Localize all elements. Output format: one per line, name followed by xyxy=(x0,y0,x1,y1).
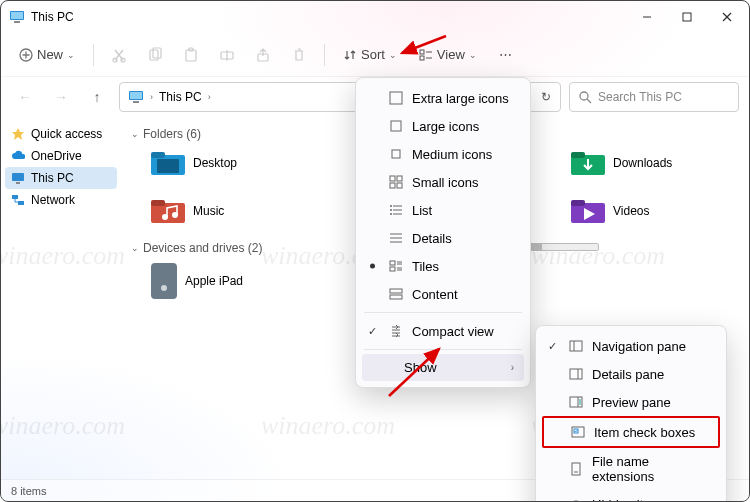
menu-item-details-pane[interactable]: Details pane xyxy=(542,360,720,388)
refresh-button[interactable]: ↻ xyxy=(541,90,551,104)
svg-rect-24 xyxy=(130,92,142,99)
svg-rect-61 xyxy=(390,261,395,265)
show-submenu: ✓ Navigation pane Details pane Preview p… xyxy=(535,325,727,502)
svg-rect-35 xyxy=(157,159,179,173)
menu-item-item-check-boxes[interactable]: Item check boxes xyxy=(542,416,720,448)
check-icon: ✓ xyxy=(368,325,377,338)
new-button[interactable]: New ⌄ xyxy=(11,43,83,66)
more-button[interactable]: ⋯ xyxy=(491,43,521,66)
menu-item-label: File name extensions xyxy=(592,454,710,484)
menu-item-label: Small icons xyxy=(412,175,478,190)
svg-rect-48 xyxy=(390,176,395,181)
menu-item-list[interactable]: List xyxy=(362,196,524,224)
menu-item-label: Large icons xyxy=(412,119,479,134)
bullet-icon xyxy=(370,264,375,269)
menu-item-details[interactable]: Details xyxy=(362,224,524,252)
sidebar-item-network[interactable]: Network xyxy=(5,189,117,211)
chevron-right-icon: › xyxy=(150,92,153,102)
folder-item[interactable]: Downloads xyxy=(571,149,731,177)
svg-rect-39 xyxy=(151,200,165,206)
checkbox-icon xyxy=(570,424,586,440)
new-button-label: New xyxy=(37,47,63,62)
menu-item-label: List xyxy=(412,203,432,218)
view-button[interactable]: View ⌄ xyxy=(411,43,485,66)
svg-rect-78 xyxy=(572,463,580,475)
sidebar-item-onedrive[interactable]: OneDrive xyxy=(5,145,117,167)
folder-item[interactable]: Desktop xyxy=(151,149,311,177)
search-input[interactable]: Search This PC xyxy=(569,82,739,112)
cut-button[interactable] xyxy=(104,43,134,67)
folder-item[interactable]: Videos xyxy=(571,197,731,225)
drive-label: Apple iPad xyxy=(185,274,243,288)
menu-item-compact-view[interactable]: ✓ Compact view xyxy=(362,317,524,345)
sidebar-item-quick-access[interactable]: Quick access xyxy=(5,123,117,145)
menu-item-small-icons[interactable]: Small icons xyxy=(362,168,524,196)
menu-item-file-name-extensions[interactable]: File name extensions xyxy=(542,448,720,490)
network-icon xyxy=(11,193,25,207)
svg-rect-31 xyxy=(12,195,18,199)
menu-item-label: Navigation pane xyxy=(592,339,686,354)
svg-rect-62 xyxy=(390,267,395,271)
sidebar-item-this-pc[interactable]: This PC xyxy=(5,167,117,189)
menu-item-tiles[interactable]: Tiles xyxy=(362,252,524,280)
paste-button[interactable] xyxy=(176,43,206,67)
svg-rect-43 xyxy=(571,200,585,206)
menu-item-show[interactable]: Show › xyxy=(362,354,524,381)
close-button[interactable] xyxy=(711,5,743,29)
svg-rect-51 xyxy=(397,183,402,188)
svg-rect-37 xyxy=(571,152,585,158)
svg-rect-49 xyxy=(397,176,402,181)
view-details-icon xyxy=(388,230,404,246)
sidebar-item-label: Network xyxy=(31,193,75,207)
sidebar-item-label: OneDrive xyxy=(31,149,82,163)
menu-item-label: Compact view xyxy=(412,324,494,339)
svg-rect-69 xyxy=(570,341,582,351)
svg-line-27 xyxy=(587,99,591,103)
svg-rect-4 xyxy=(683,13,691,21)
svg-rect-47 xyxy=(392,150,400,158)
chevron-down-icon: ⌄ xyxy=(469,50,477,60)
menu-item-preview-pane[interactable]: Preview pane xyxy=(542,388,720,416)
back-button[interactable]: ← xyxy=(11,83,39,111)
svg-rect-46 xyxy=(391,121,401,131)
chevron-down-icon: ⌄ xyxy=(67,50,75,60)
preview-pane-icon xyxy=(568,394,584,410)
this-pc-icon xyxy=(9,9,25,25)
svg-rect-25 xyxy=(133,101,139,103)
folder-icon xyxy=(571,197,605,225)
chevron-down-icon: ⌄ xyxy=(389,50,397,60)
address-segment[interactable]: This PC xyxy=(159,90,202,104)
menu-item-hidden-items[interactable]: ✓ Hidden items xyxy=(542,490,720,502)
sidebar-item-label: This PC xyxy=(31,171,74,185)
navigation-sidebar: Quick access OneDrive This PC Network xyxy=(1,117,121,479)
menu-item-navigation-pane[interactable]: ✓ Navigation pane xyxy=(542,332,720,360)
view-content-icon xyxy=(388,286,404,302)
up-button[interactable]: ↑ xyxy=(83,83,111,111)
cloud-icon xyxy=(11,149,25,163)
chevron-down-icon: ⌄ xyxy=(131,243,139,253)
menu-item-extra-large-icons[interactable]: Extra large icons xyxy=(362,84,524,112)
rename-button[interactable] xyxy=(212,43,242,67)
menu-item-label: Tiles xyxy=(412,259,439,274)
svg-rect-45 xyxy=(390,92,402,104)
view-tiles-icon xyxy=(388,258,404,274)
maximize-button[interactable] xyxy=(671,5,703,29)
menu-item-label: Hidden items xyxy=(592,497,668,503)
svg-rect-50 xyxy=(390,183,395,188)
svg-rect-19 xyxy=(420,50,424,54)
copy-button[interactable] xyxy=(140,43,170,67)
folder-label: Desktop xyxy=(193,156,237,170)
menu-item-medium-icons[interactable]: Medium icons xyxy=(362,140,524,168)
share-button[interactable] xyxy=(248,43,278,67)
forward-button[interactable]: → xyxy=(47,83,75,111)
folder-item[interactable]: Music xyxy=(151,197,311,225)
delete-button[interactable] xyxy=(284,43,314,67)
minimize-button[interactable] xyxy=(631,5,663,29)
menu-item-content[interactable]: Content xyxy=(362,280,524,308)
svg-point-56 xyxy=(390,209,392,211)
svg-rect-2 xyxy=(14,21,20,23)
menu-item-large-icons[interactable]: Large icons xyxy=(362,112,524,140)
sort-button[interactable]: Sort ⌄ xyxy=(335,43,405,66)
svg-rect-67 xyxy=(390,289,402,293)
view-menu: Extra large icons Large icons Medium ico… xyxy=(355,77,531,388)
